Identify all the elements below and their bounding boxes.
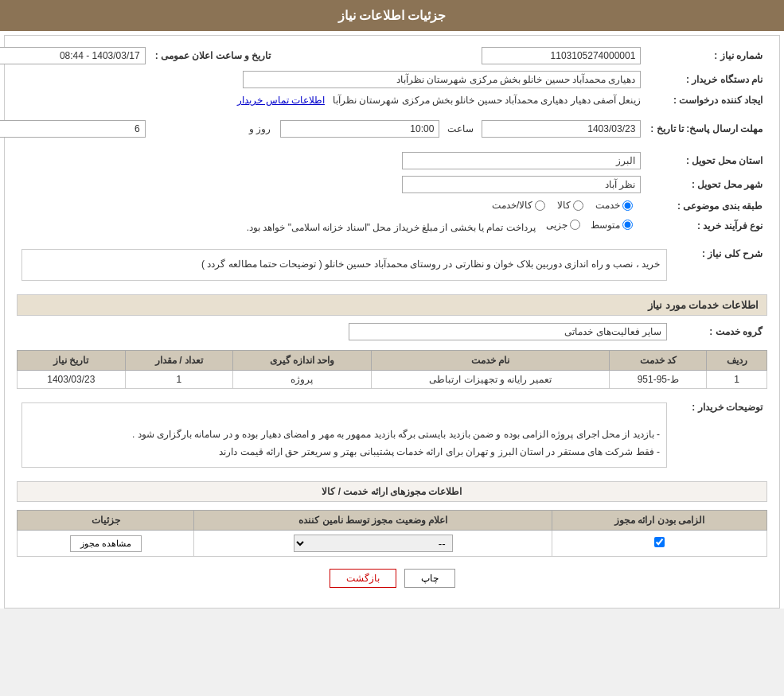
col-header-code: کد خدمت	[610, 350, 707, 370]
category-option-both: کالا/خدمت	[492, 200, 545, 211]
deadline-days-value: 6	[0, 120, 146, 138]
creator-value: زینعل آصفی دهیار دهیاری محمدآباد حسین خا…	[333, 95, 641, 106]
page-header: جزئیات اطلاعات نیاز	[0, 0, 784, 31]
col-header-date: تاریخ نیاز	[18, 350, 126, 370]
services-table: ردیف کد خدمت نام خدمت واحد اندازه گیری ت…	[17, 350, 767, 389]
cell-name: تعمیر رایانه و تجهیزات ارتباطی	[371, 370, 610, 388]
city-value: نظر آباد	[402, 176, 641, 193]
buyer-notes-table: توضیحات خریدار : - بازدید از محل اجرای پ…	[17, 395, 767, 476]
col-header-name: نام خدمت	[371, 350, 610, 370]
print-button[interactable]: چاپ	[404, 569, 455, 588]
col-header-permit-required: الزامی بودن ارائه مجوز	[552, 511, 767, 531]
purchase-type-note: پرداخت تمام یا بخشی از مبلغ خریداز محل "…	[247, 221, 536, 232]
request-number-label: شماره نیاز :	[646, 44, 767, 68]
page-title: جزئیات اطلاعات نیاز	[338, 9, 447, 22]
province-label: استان محل تحویل :	[646, 149, 767, 173]
permit-required-checkbox[interactable]	[654, 537, 665, 547]
purchase-radio-partial[interactable]	[570, 220, 580, 230]
back-button[interactable]: بازگشت	[330, 569, 396, 588]
purchase-type-medium: متوسط	[591, 220, 633, 231]
category-option-goods: کالا	[557, 200, 583, 211]
category-label: طبقه بندی موضوعی :	[646, 196, 767, 216]
deadline-date: 1403/03/23	[482, 120, 641, 138]
col-header-permit-status: اعلام وضعیت مجوز توسط نامین کننده	[194, 511, 552, 531]
cell-code: ط-95-951	[610, 370, 707, 388]
announce-datetime-label: تاریخ و ساعت اعلان عمومی :	[150, 44, 276, 68]
creator-link[interactable]: اطلاعات تماس خریدار	[237, 95, 325, 106]
deadline-time: 10:00	[280, 120, 439, 138]
deadline-time-label: ساعت	[447, 123, 474, 134]
services-header: اطلاعات خدمات مورد نیاز	[17, 294, 767, 316]
info-table: شماره نیاز : 1103105274000001 تاریخ و سا…	[0, 44, 767, 235]
buyer-org-label: نام دستگاه خریدار :	[646, 68, 767, 91]
description-table: شرح کلی نیاز : خرید ، نصب و راه اندازی د…	[17, 242, 767, 288]
cell-date: 1403/03/23	[18, 370, 126, 388]
service-group-label: گروه خدمت :	[709, 326, 763, 337]
cell-qty: 1	[125, 370, 232, 388]
permit-status-select[interactable]: --	[294, 535, 453, 552]
col-header-qty: تعداد / مقدار	[125, 350, 232, 370]
category-option-service: خدمت	[595, 200, 633, 211]
purchase-radio-medium[interactable]	[622, 220, 633, 230]
permits-header: اطلاعات مجوزهای ارائه خدمت / کالا	[17, 481, 767, 502]
announce-datetime-value: 1403/03/17 - 08:44	[0, 47, 146, 64]
city-label: شهر محل تحویل :	[646, 173, 767, 196]
col-header-unit: واحد اندازه گیری	[233, 350, 372, 370]
permits-table: الزامی بودن ارائه مجوز اعلام وضعیت مجوز …	[17, 510, 767, 557]
service-group-table: گروه خدمت : سایر فعالیت‌های خدماتی	[17, 320, 767, 344]
service-group-value: سایر فعالیت‌های خدماتی	[349, 323, 667, 340]
buyer-notes-value: - بازدید از محل اجرای پروژه الزامی بوده …	[21, 402, 667, 469]
category-radio-goods[interactable]	[573, 200, 583, 211]
request-number-value: 1103105274000001	[482, 47, 641, 64]
category-radio-service[interactable]	[622, 200, 633, 211]
description-value: خرید ، نصب و راه اندازی دوربین بلاک خوان…	[21, 249, 667, 281]
description-label: شرح کلی نیاز :	[702, 248, 763, 259]
category-radio-both[interactable]	[535, 200, 545, 211]
view-permit-button[interactable]: مشاهده مجوز	[70, 535, 142, 552]
deadline-label: مهلت ارسال پاسخ: تا تاریخ :	[646, 109, 767, 149]
buyer-notes-label: توضیحات خریدار :	[692, 402, 763, 413]
cell-row: 1	[707, 370, 767, 388]
col-header-row: ردیف	[707, 350, 767, 370]
cell-unit: پروژه	[233, 370, 372, 388]
creator-label: ایجاد کننده درخواست :	[646, 91, 767, 109]
deadline-days-label: روز و	[249, 123, 271, 134]
purchase-type-partial: جزیی	[546, 220, 580, 231]
permit-row: -- مشاهده مجوز	[18, 531, 767, 557]
province-value: البرز	[402, 152, 641, 169]
buyer-org-value: دهیاری محمدآباد حسین خانلو بخش مرکزی شهر…	[243, 71, 641, 88]
purchase-type-label: نوع فرآیند خرید :	[646, 216, 767, 236]
table-row: 1 ط-95-951 تعمیر رایانه و تجهیزات ارتباط…	[18, 370, 767, 388]
category-radio-group: خدمت کالا کالا/خدمت	[492, 200, 641, 211]
action-buttons: چاپ بازگشت	[17, 557, 767, 600]
col-header-permit-details: جزئیات	[18, 511, 194, 531]
